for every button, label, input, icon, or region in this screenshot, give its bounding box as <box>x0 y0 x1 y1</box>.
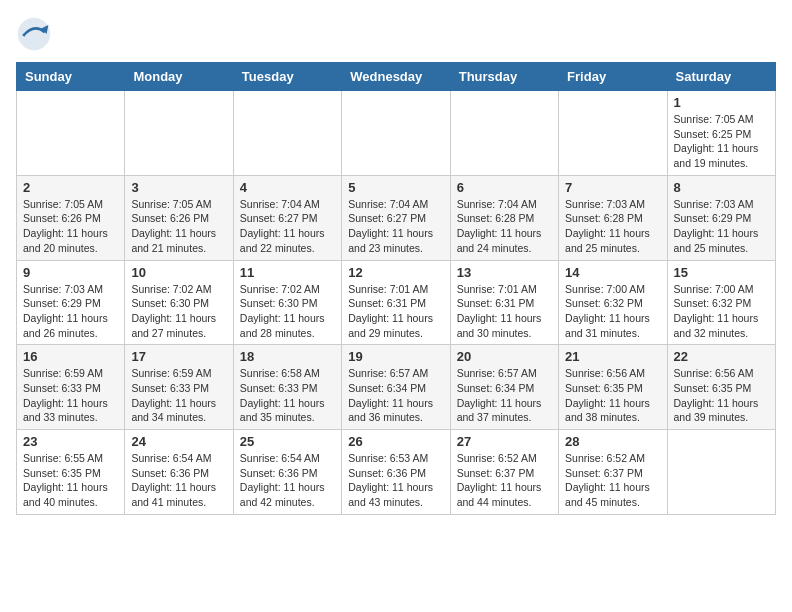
calendar-cell: 21Sunrise: 6:56 AM Sunset: 6:35 PM Dayli… <box>559 345 667 430</box>
day-info: Sunrise: 7:03 AM Sunset: 6:29 PM Dayligh… <box>674 197 769 256</box>
day-number: 21 <box>565 349 660 364</box>
day-number: 10 <box>131 265 226 280</box>
day-number: 28 <box>565 434 660 449</box>
day-of-week-header: Thursday <box>450 63 558 91</box>
calendar-cell: 15Sunrise: 7:00 AM Sunset: 6:32 PM Dayli… <box>667 260 775 345</box>
day-of-week-header: Monday <box>125 63 233 91</box>
day-info: Sunrise: 6:54 AM Sunset: 6:36 PM Dayligh… <box>240 451 335 510</box>
day-number: 11 <box>240 265 335 280</box>
calendar-week-row: 2Sunrise: 7:05 AM Sunset: 6:26 PM Daylig… <box>17 175 776 260</box>
calendar-cell <box>450 91 558 176</box>
calendar-cell <box>125 91 233 176</box>
day-number: 19 <box>348 349 443 364</box>
day-info: Sunrise: 6:59 AM Sunset: 6:33 PM Dayligh… <box>131 366 226 425</box>
day-info: Sunrise: 6:56 AM Sunset: 6:35 PM Dayligh… <box>565 366 660 425</box>
day-of-week-header: Friday <box>559 63 667 91</box>
day-number: 23 <box>23 434 118 449</box>
day-number: 4 <box>240 180 335 195</box>
calendar-cell: 25Sunrise: 6:54 AM Sunset: 6:36 PM Dayli… <box>233 430 341 515</box>
logo <box>16 16 58 52</box>
calendar-cell: 8Sunrise: 7:03 AM Sunset: 6:29 PM Daylig… <box>667 175 775 260</box>
day-info: Sunrise: 7:01 AM Sunset: 6:31 PM Dayligh… <box>457 282 552 341</box>
calendar-cell: 14Sunrise: 7:00 AM Sunset: 6:32 PM Dayli… <box>559 260 667 345</box>
day-info: Sunrise: 6:53 AM Sunset: 6:36 PM Dayligh… <box>348 451 443 510</box>
calendar-cell: 28Sunrise: 6:52 AM Sunset: 6:37 PM Dayli… <box>559 430 667 515</box>
day-number: 25 <box>240 434 335 449</box>
calendar-cell: 11Sunrise: 7:02 AM Sunset: 6:30 PM Dayli… <box>233 260 341 345</box>
calendar-cell: 5Sunrise: 7:04 AM Sunset: 6:27 PM Daylig… <box>342 175 450 260</box>
calendar-cell: 26Sunrise: 6:53 AM Sunset: 6:36 PM Dayli… <box>342 430 450 515</box>
day-number: 20 <box>457 349 552 364</box>
day-info: Sunrise: 6:52 AM Sunset: 6:37 PM Dayligh… <box>565 451 660 510</box>
calendar-cell: 27Sunrise: 6:52 AM Sunset: 6:37 PM Dayli… <box>450 430 558 515</box>
day-number: 3 <box>131 180 226 195</box>
calendar-week-row: 1Sunrise: 7:05 AM Sunset: 6:25 PM Daylig… <box>17 91 776 176</box>
calendar-cell <box>342 91 450 176</box>
day-info: Sunrise: 6:54 AM Sunset: 6:36 PM Dayligh… <box>131 451 226 510</box>
calendar-week-row: 23Sunrise: 6:55 AM Sunset: 6:35 PM Dayli… <box>17 430 776 515</box>
calendar-cell: 4Sunrise: 7:04 AM Sunset: 6:27 PM Daylig… <box>233 175 341 260</box>
calendar-cell <box>667 430 775 515</box>
calendar-cell: 12Sunrise: 7:01 AM Sunset: 6:31 PM Dayli… <box>342 260 450 345</box>
day-number: 22 <box>674 349 769 364</box>
day-number: 1 <box>674 95 769 110</box>
day-number: 27 <box>457 434 552 449</box>
calendar-cell <box>233 91 341 176</box>
day-of-week-header: Sunday <box>17 63 125 91</box>
calendar-cell: 7Sunrise: 7:03 AM Sunset: 6:28 PM Daylig… <box>559 175 667 260</box>
calendar-header-row: SundayMondayTuesdayWednesdayThursdayFrid… <box>17 63 776 91</box>
calendar-cell: 16Sunrise: 6:59 AM Sunset: 6:33 PM Dayli… <box>17 345 125 430</box>
day-info: Sunrise: 7:04 AM Sunset: 6:28 PM Dayligh… <box>457 197 552 256</box>
calendar-week-row: 16Sunrise: 6:59 AM Sunset: 6:33 PM Dayli… <box>17 345 776 430</box>
day-info: Sunrise: 7:03 AM Sunset: 6:29 PM Dayligh… <box>23 282 118 341</box>
calendar-cell: 19Sunrise: 6:57 AM Sunset: 6:34 PM Dayli… <box>342 345 450 430</box>
calendar-cell: 20Sunrise: 6:57 AM Sunset: 6:34 PM Dayli… <box>450 345 558 430</box>
day-number: 18 <box>240 349 335 364</box>
day-info: Sunrise: 7:05 AM Sunset: 6:26 PM Dayligh… <box>23 197 118 256</box>
logo-icon <box>16 16 52 52</box>
day-info: Sunrise: 7:04 AM Sunset: 6:27 PM Dayligh… <box>348 197 443 256</box>
day-number: 24 <box>131 434 226 449</box>
calendar-cell: 17Sunrise: 6:59 AM Sunset: 6:33 PM Dayli… <box>125 345 233 430</box>
day-info: Sunrise: 6:58 AM Sunset: 6:33 PM Dayligh… <box>240 366 335 425</box>
page-header <box>16 16 776 52</box>
day-number: 13 <box>457 265 552 280</box>
day-number: 12 <box>348 265 443 280</box>
day-number: 15 <box>674 265 769 280</box>
calendar-cell: 23Sunrise: 6:55 AM Sunset: 6:35 PM Dayli… <box>17 430 125 515</box>
calendar-week-row: 9Sunrise: 7:03 AM Sunset: 6:29 PM Daylig… <box>17 260 776 345</box>
day-number: 8 <box>674 180 769 195</box>
day-info: Sunrise: 7:02 AM Sunset: 6:30 PM Dayligh… <box>131 282 226 341</box>
svg-point-0 <box>18 18 50 50</box>
day-info: Sunrise: 6:59 AM Sunset: 6:33 PM Dayligh… <box>23 366 118 425</box>
day-info: Sunrise: 6:52 AM Sunset: 6:37 PM Dayligh… <box>457 451 552 510</box>
day-number: 16 <box>23 349 118 364</box>
calendar-cell: 2Sunrise: 7:05 AM Sunset: 6:26 PM Daylig… <box>17 175 125 260</box>
calendar-cell: 3Sunrise: 7:05 AM Sunset: 6:26 PM Daylig… <box>125 175 233 260</box>
calendar-cell: 6Sunrise: 7:04 AM Sunset: 6:28 PM Daylig… <box>450 175 558 260</box>
day-number: 7 <box>565 180 660 195</box>
calendar-cell: 10Sunrise: 7:02 AM Sunset: 6:30 PM Dayli… <box>125 260 233 345</box>
day-number: 9 <box>23 265 118 280</box>
calendar-cell: 9Sunrise: 7:03 AM Sunset: 6:29 PM Daylig… <box>17 260 125 345</box>
day-of-week-header: Saturday <box>667 63 775 91</box>
day-number: 17 <box>131 349 226 364</box>
day-of-week-header: Tuesday <box>233 63 341 91</box>
day-info: Sunrise: 6:57 AM Sunset: 6:34 PM Dayligh… <box>457 366 552 425</box>
day-info: Sunrise: 7:05 AM Sunset: 6:26 PM Dayligh… <box>131 197 226 256</box>
day-of-week-header: Wednesday <box>342 63 450 91</box>
day-info: Sunrise: 7:03 AM Sunset: 6:28 PM Dayligh… <box>565 197 660 256</box>
calendar-cell: 22Sunrise: 6:56 AM Sunset: 6:35 PM Dayli… <box>667 345 775 430</box>
day-number: 5 <box>348 180 443 195</box>
day-number: 2 <box>23 180 118 195</box>
calendar-cell: 18Sunrise: 6:58 AM Sunset: 6:33 PM Dayli… <box>233 345 341 430</box>
calendar-cell: 1Sunrise: 7:05 AM Sunset: 6:25 PM Daylig… <box>667 91 775 176</box>
day-info: Sunrise: 7:05 AM Sunset: 6:25 PM Dayligh… <box>674 112 769 171</box>
day-info: Sunrise: 7:04 AM Sunset: 6:27 PM Dayligh… <box>240 197 335 256</box>
day-number: 14 <box>565 265 660 280</box>
day-info: Sunrise: 6:56 AM Sunset: 6:35 PM Dayligh… <box>674 366 769 425</box>
day-number: 26 <box>348 434 443 449</box>
day-number: 6 <box>457 180 552 195</box>
calendar-cell: 13Sunrise: 7:01 AM Sunset: 6:31 PM Dayli… <box>450 260 558 345</box>
day-info: Sunrise: 7:01 AM Sunset: 6:31 PM Dayligh… <box>348 282 443 341</box>
